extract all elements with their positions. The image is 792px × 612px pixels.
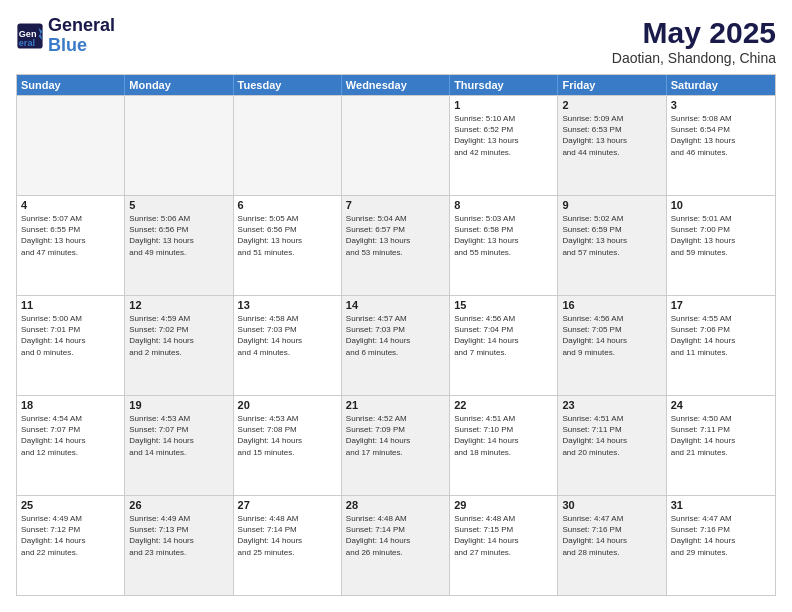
day-number: 6 <box>238 199 337 211</box>
day-number: 11 <box>21 299 120 311</box>
day-number: 25 <box>21 499 120 511</box>
day-cell-14: 14Sunrise: 4:57 AM Sunset: 7:03 PM Dayli… <box>342 296 450 395</box>
day-number: 7 <box>346 199 445 211</box>
day-info: Sunrise: 5:01 AM Sunset: 7:00 PM Dayligh… <box>671 213 771 258</box>
day-header-thursday: Thursday <box>450 75 558 95</box>
day-number: 2 <box>562 99 661 111</box>
header: Gen eral General Blue May 2025 Daotian, … <box>16 16 776 66</box>
calendar: SundayMondayTuesdayWednesdayThursdayFrid… <box>16 74 776 596</box>
day-info: Sunrise: 4:56 AM Sunset: 7:04 PM Dayligh… <box>454 313 553 358</box>
day-number: 8 <box>454 199 553 211</box>
logo-icon: Gen eral <box>16 22 44 50</box>
day-number: 19 <box>129 399 228 411</box>
day-number: 14 <box>346 299 445 311</box>
day-number: 3 <box>671 99 771 111</box>
day-cell-10: 10Sunrise: 5:01 AM Sunset: 7:00 PM Dayli… <box>667 196 775 295</box>
calendar-row-2: 11Sunrise: 5:00 AM Sunset: 7:01 PM Dayli… <box>17 295 775 395</box>
day-header-friday: Friday <box>558 75 666 95</box>
day-info: Sunrise: 5:04 AM Sunset: 6:57 PM Dayligh… <box>346 213 445 258</box>
day-info: Sunrise: 4:52 AM Sunset: 7:09 PM Dayligh… <box>346 413 445 458</box>
day-cell-2: 2Sunrise: 5:09 AM Sunset: 6:53 PM Daylig… <box>558 96 666 195</box>
day-number: 31 <box>671 499 771 511</box>
day-number: 24 <box>671 399 771 411</box>
day-cell-25: 25Sunrise: 4:49 AM Sunset: 7:12 PM Dayli… <box>17 496 125 595</box>
day-info: Sunrise: 4:58 AM Sunset: 7:03 PM Dayligh… <box>238 313 337 358</box>
calendar-header: SundayMondayTuesdayWednesdayThursdayFrid… <box>17 75 775 95</box>
empty-cell <box>234 96 342 195</box>
empty-cell <box>17 96 125 195</box>
day-number: 29 <box>454 499 553 511</box>
day-number: 16 <box>562 299 661 311</box>
day-info: Sunrise: 4:53 AM Sunset: 7:07 PM Dayligh… <box>129 413 228 458</box>
day-cell-5: 5Sunrise: 5:06 AM Sunset: 6:56 PM Daylig… <box>125 196 233 295</box>
day-number: 27 <box>238 499 337 511</box>
day-info: Sunrise: 4:56 AM Sunset: 7:05 PM Dayligh… <box>562 313 661 358</box>
title-block: May 2025 Daotian, Shandong, China <box>612 16 776 66</box>
day-number: 9 <box>562 199 661 211</box>
day-info: Sunrise: 4:49 AM Sunset: 7:12 PM Dayligh… <box>21 513 120 558</box>
day-info: Sunrise: 4:48 AM Sunset: 7:14 PM Dayligh… <box>238 513 337 558</box>
empty-cell <box>342 96 450 195</box>
day-cell-9: 9Sunrise: 5:02 AM Sunset: 6:59 PM Daylig… <box>558 196 666 295</box>
day-info: Sunrise: 4:57 AM Sunset: 7:03 PM Dayligh… <box>346 313 445 358</box>
day-info: Sunrise: 5:08 AM Sunset: 6:54 PM Dayligh… <box>671 113 771 158</box>
day-number: 1 <box>454 99 553 111</box>
day-cell-26: 26Sunrise: 4:49 AM Sunset: 7:13 PM Dayli… <box>125 496 233 595</box>
calendar-row-4: 25Sunrise: 4:49 AM Sunset: 7:12 PM Dayli… <box>17 495 775 595</box>
day-cell-16: 16Sunrise: 4:56 AM Sunset: 7:05 PM Dayli… <box>558 296 666 395</box>
day-header-tuesday: Tuesday <box>234 75 342 95</box>
day-cell-17: 17Sunrise: 4:55 AM Sunset: 7:06 PM Dayli… <box>667 296 775 395</box>
day-cell-19: 19Sunrise: 4:53 AM Sunset: 7:07 PM Dayli… <box>125 396 233 495</box>
day-info: Sunrise: 5:10 AM Sunset: 6:52 PM Dayligh… <box>454 113 553 158</box>
day-number: 10 <box>671 199 771 211</box>
day-cell-24: 24Sunrise: 4:50 AM Sunset: 7:11 PM Dayli… <box>667 396 775 495</box>
logo: Gen eral General Blue <box>16 16 115 56</box>
day-header-saturday: Saturday <box>667 75 775 95</box>
day-number: 30 <box>562 499 661 511</box>
day-cell-11: 11Sunrise: 5:00 AM Sunset: 7:01 PM Dayli… <box>17 296 125 395</box>
day-info: Sunrise: 5:09 AM Sunset: 6:53 PM Dayligh… <box>562 113 661 158</box>
day-info: Sunrise: 4:55 AM Sunset: 7:06 PM Dayligh… <box>671 313 771 358</box>
day-cell-12: 12Sunrise: 4:59 AM Sunset: 7:02 PM Dayli… <box>125 296 233 395</box>
calendar-row-0: 1Sunrise: 5:10 AM Sunset: 6:52 PM Daylig… <box>17 95 775 195</box>
day-cell-20: 20Sunrise: 4:53 AM Sunset: 7:08 PM Dayli… <box>234 396 342 495</box>
main-title: May 2025 <box>612 16 776 50</box>
day-cell-23: 23Sunrise: 4:51 AM Sunset: 7:11 PM Dayli… <box>558 396 666 495</box>
day-number: 18 <box>21 399 120 411</box>
calendar-body: 1Sunrise: 5:10 AM Sunset: 6:52 PM Daylig… <box>17 95 775 595</box>
day-info: Sunrise: 5:03 AM Sunset: 6:58 PM Dayligh… <box>454 213 553 258</box>
day-number: 4 <box>21 199 120 211</box>
calendar-row-3: 18Sunrise: 4:54 AM Sunset: 7:07 PM Dayli… <box>17 395 775 495</box>
day-cell-22: 22Sunrise: 4:51 AM Sunset: 7:10 PM Dayli… <box>450 396 558 495</box>
day-info: Sunrise: 4:50 AM Sunset: 7:11 PM Dayligh… <box>671 413 771 458</box>
svg-text:eral: eral <box>19 38 35 48</box>
day-cell-28: 28Sunrise: 4:48 AM Sunset: 7:14 PM Dayli… <box>342 496 450 595</box>
day-info: Sunrise: 4:47 AM Sunset: 7:16 PM Dayligh… <box>562 513 661 558</box>
day-number: 5 <box>129 199 228 211</box>
day-info: Sunrise: 4:51 AM Sunset: 7:11 PM Dayligh… <box>562 413 661 458</box>
day-cell-1: 1Sunrise: 5:10 AM Sunset: 6:52 PM Daylig… <box>450 96 558 195</box>
day-number: 21 <box>346 399 445 411</box>
logo-text: General Blue <box>48 16 115 56</box>
day-cell-3: 3Sunrise: 5:08 AM Sunset: 6:54 PM Daylig… <box>667 96 775 195</box>
calendar-row-1: 4Sunrise: 5:07 AM Sunset: 6:55 PM Daylig… <box>17 195 775 295</box>
day-info: Sunrise: 4:48 AM Sunset: 7:15 PM Dayligh… <box>454 513 553 558</box>
day-cell-8: 8Sunrise: 5:03 AM Sunset: 6:58 PM Daylig… <box>450 196 558 295</box>
day-number: 20 <box>238 399 337 411</box>
day-header-sunday: Sunday <box>17 75 125 95</box>
page: Gen eral General Blue May 2025 Daotian, … <box>0 0 792 612</box>
empty-cell <box>125 96 233 195</box>
day-number: 17 <box>671 299 771 311</box>
day-header-monday: Monday <box>125 75 233 95</box>
day-cell-18: 18Sunrise: 4:54 AM Sunset: 7:07 PM Dayli… <box>17 396 125 495</box>
day-number: 28 <box>346 499 445 511</box>
day-number: 23 <box>562 399 661 411</box>
day-info: Sunrise: 5:07 AM Sunset: 6:55 PM Dayligh… <box>21 213 120 258</box>
day-cell-31: 31Sunrise: 4:47 AM Sunset: 7:16 PM Dayli… <box>667 496 775 595</box>
day-cell-30: 30Sunrise: 4:47 AM Sunset: 7:16 PM Dayli… <box>558 496 666 595</box>
day-info: Sunrise: 5:06 AM Sunset: 6:56 PM Dayligh… <box>129 213 228 258</box>
subtitle: Daotian, Shandong, China <box>612 50 776 66</box>
day-cell-27: 27Sunrise: 4:48 AM Sunset: 7:14 PM Dayli… <box>234 496 342 595</box>
day-number: 13 <box>238 299 337 311</box>
day-cell-13: 13Sunrise: 4:58 AM Sunset: 7:03 PM Dayli… <box>234 296 342 395</box>
